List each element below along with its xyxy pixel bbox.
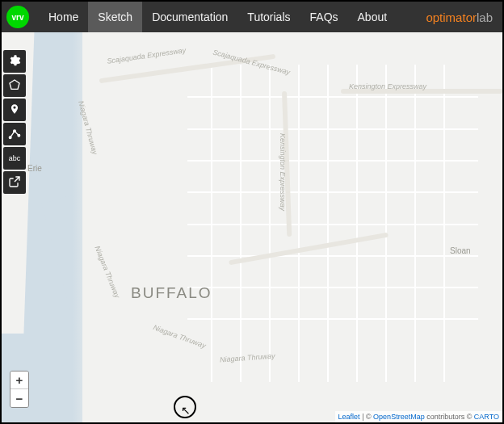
- highway-label-kensington-e: Kensington Expressway: [349, 82, 426, 90]
- settings-button[interactable]: [3, 50, 26, 73]
- highway-label-kensington-w: Kensington Expressway: [279, 133, 287, 211]
- nav-sketch[interactable]: Sketch: [88, 2, 142, 32]
- attribution: Leaflet | © OpenStreetMap contributors ©…: [335, 411, 502, 422]
- leaflet-link[interactable]: Leaflet: [338, 413, 360, 421]
- toolbar: abc: [3, 50, 26, 194]
- place-label-erie: Erie: [27, 164, 42, 173]
- nav-home[interactable]: Home: [39, 2, 88, 32]
- city-label-buffalo: BUFFALO: [131, 284, 212, 302]
- export-button[interactable]: [3, 171, 26, 194]
- marker-button[interactable]: [3, 99, 26, 121]
- zoom-in-button[interactable]: +: [10, 372, 28, 389]
- brand: optimatorlab: [426, 10, 493, 24]
- logo[interactable]: vrv: [6, 6, 29, 28]
- text-button[interactable]: abc: [3, 147, 26, 170]
- carto-link[interactable]: CARTO: [474, 413, 499, 421]
- street-grid: [187, 65, 478, 382]
- place-label-sloan: Sloan: [450, 246, 471, 255]
- marker-icon: [9, 102, 20, 119]
- svg-marker-0: [10, 80, 19, 89]
- navbar: vrv Home Sketch Documentation Tutorials …: [2, 2, 502, 32]
- path-button[interactable]: [3, 123, 26, 145]
- export-icon: [8, 175, 21, 191]
- osm-link[interactable]: OpenStreetMap: [373, 413, 425, 421]
- gear-icon: [8, 54, 21, 69]
- nav-documentation[interactable]: Documentation: [142, 2, 237, 32]
- zoom-out-button[interactable]: −: [10, 389, 28, 407]
- text-icon: abc: [9, 154, 21, 162]
- zoom-control: + −: [10, 371, 29, 408]
- nav-faqs[interactable]: FAQs: [300, 2, 348, 32]
- map[interactable]: Kensington Expressway Scajaquada Express…: [2, 32, 502, 422]
- polygon-button[interactable]: [3, 74, 26, 97]
- nav-about[interactable]: About: [348, 2, 397, 32]
- cursor-icon: ↖: [181, 404, 191, 417]
- path-icon: [8, 127, 21, 142]
- polygon-icon: [8, 78, 21, 94]
- nav-tutorials[interactable]: Tutorials: [237, 2, 300, 32]
